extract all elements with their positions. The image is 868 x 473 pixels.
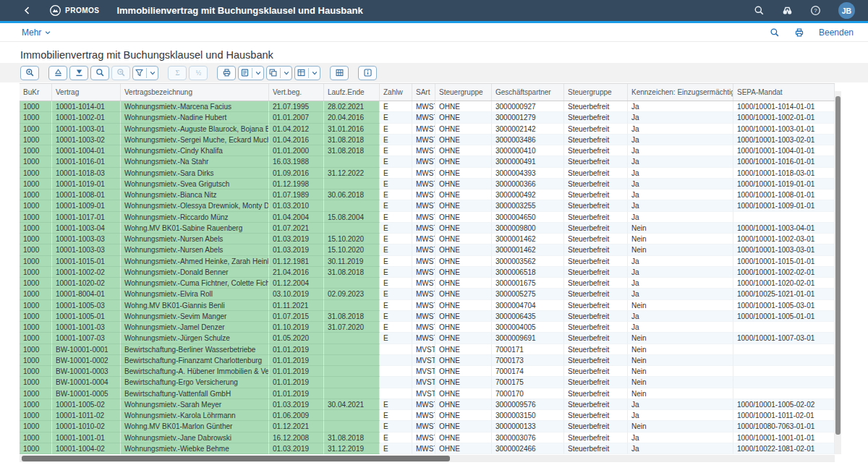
table-cell[interactable]: Ja [628,135,733,145]
data-export-button[interactable] [266,66,292,80]
table-cell[interactable]: OHNE [435,101,492,112]
table-cell[interactable]: 01.01.2019 [269,344,324,355]
table-cell[interactable]: MVST [412,377,435,388]
chevron-down-icon[interactable] [311,69,318,77]
table-cell[interactable]: Steuerbefreit [564,124,628,135]
table-cell[interactable]: Wohnungsmietv.-Jane Dabrowski [121,432,269,443]
table-cell[interactable]: E [380,234,412,244]
table-cell[interactable]: 10001-1003-04 [52,223,121,234]
table-cell[interactable] [324,410,380,421]
table-cell[interactable]: 01.10.2019 [269,322,324,333]
table-row[interactable]: 100010001-1019-01Wohnungsmietv.-Svea Gri… [20,179,835,189]
table-cell[interactable]: Wohnungsmietv.-Cuma Fichtner, Colette Fi… [121,278,269,289]
table-cell[interactable] [324,223,380,234]
table-cell[interactable]: OHNE [435,267,492,278]
table-cell[interactable]: E [380,322,412,333]
table-cell[interactable]: 3000000366 [492,179,564,189]
table-cell[interactable]: 10001-1003-02 [52,135,121,145]
table-cell[interactable]: Steuerbefreit [564,267,628,278]
table-cell[interactable]: 3000004650 [492,212,564,223]
table-cell[interactable]: 31.01.2016 [324,124,380,135]
table-cell[interactable]: Wohnungsmietv.-Sarah Meyer [121,399,269,410]
table-cell[interactable]: OHNE [435,366,492,377]
table-cell[interactable]: MWST [412,145,435,156]
table-cell[interactable]: 10001-1009-01 [52,200,121,211]
table-cell[interactable]: Wohnungsmietv.-Sara Dirks [121,168,269,179]
table-cell[interactable]: 1000/10001-1005-03-01 [733,300,835,311]
table-cell[interactable]: 1000 [20,333,52,344]
table-cell[interactable]: OHNE [435,432,492,443]
table-cell[interactable] [733,322,835,333]
table-cell[interactable]: Ja [628,145,733,156]
table-cell[interactable]: 31.08.2018 [324,135,380,145]
table-cell[interactable]: 3000009800 [492,223,564,234]
table-cell[interactable]: 10001-1001-03 [52,322,121,333]
table-cell[interactable]: OHNE [435,333,492,344]
table-cell[interactable]: OHNE [435,168,492,179]
table-cell[interactable]: Steuerbefreit [564,289,628,299]
table-cell[interactable]: MWST [412,223,435,234]
table-cell[interactable]: MWST [412,267,435,278]
table-cell[interactable]: 1000/10001-1008-01-01 [733,189,835,200]
table-cell[interactable]: MWST [412,156,435,167]
table-cell[interactable]: 10001-1004-01 [52,145,121,156]
table-cell[interactable]: 3000005275 [492,289,564,299]
table-cell[interactable]: 1000 [20,355,52,366]
table-cell[interactable]: 30.04.2021 [324,399,380,410]
table-cell[interactable]: 1000 [20,156,52,167]
table-cell[interactable]: Steuerbefreit [564,311,628,322]
table-cell[interactable]: Steuerbefreit [564,278,628,289]
table-cell[interactable]: 10001-1005-01 [52,311,121,322]
table-cell[interactable]: 3000000410 [492,145,564,156]
table-row[interactable]: 1000BW-10001-0005Bewirtschaftung-Vattenf… [20,388,835,399]
table-cell[interactable]: 21.07.1995 [269,101,324,112]
find-button[interactable] [90,66,109,80]
table-cell[interactable]: Wohnungsmietv.-Bianca Nitz [121,189,269,200]
table-cell[interactable]: E [380,168,412,179]
table-cell[interactable]: Wohnungsmietv.-Riccardo Münz [121,212,269,223]
shell-search-button[interactable] [754,5,765,16]
print-button[interactable] [217,66,236,80]
table-cell[interactable]: 01.11.2021 [269,300,324,311]
table-cell[interactable] [380,355,412,366]
table-row[interactable]: 100010001-1002-02Wohnungsmietv.-Donald B… [20,267,835,278]
table-cell[interactable]: Steuerbefreit [564,322,628,333]
table-row[interactable]: 100010001-1016-01Wohnungsmietv.-Na Stahr… [20,156,835,167]
table-cell[interactable]: MWST [412,200,435,211]
table-cell[interactable]: Steuerbefreit [564,112,628,123]
table-cell[interactable]: 10001-1016-01 [52,156,121,167]
table-cell[interactable]: 01.04.2012 [269,124,324,135]
chevron-down-icon[interactable] [283,69,290,77]
table-cell[interactable]: Steuerbefreit [564,399,628,410]
table-cell[interactable]: E [380,443,412,454]
table-cell[interactable]: OHNE [435,344,492,355]
table-cell[interactable] [324,179,380,189]
table-cell[interactable]: MWST [412,124,435,135]
table-cell[interactable]: 1000/10001-1003-02-01 [733,135,835,145]
table-cell[interactable] [324,278,380,289]
table-cell[interactable]: Bewirtschaftung-Finanzamt Charlottenburg [121,355,269,366]
table-cell[interactable]: OHNE [435,278,492,289]
table-cell[interactable]: Ja [628,289,733,299]
table-row[interactable]: 100010001-1005-02Wohnungsmietv.-Sarah Me… [20,399,835,410]
table-cell[interactable]: Ja [628,256,733,267]
table-cell[interactable]: 01.01.2000 [269,145,324,156]
table-cell[interactable]: E [380,179,412,189]
table-cell[interactable]: Ja [628,156,733,167]
table-cell[interactable]: 01.03.2019 [269,399,324,410]
table-cell[interactable] [733,212,835,223]
table-cell[interactable]: Ja [628,212,733,223]
table-row[interactable]: 1000BW-10001-0002Bewirtschaftung-Finanza… [20,355,835,366]
table-cell[interactable]: 01.03.2019 [269,244,324,255]
table-cell[interactable]: 01.12.1981 [269,256,324,267]
table-cell[interactable]: 1000 [20,244,52,255]
table-cell[interactable]: 1000 [20,234,52,244]
table-cell[interactable]: OHNE [435,289,492,299]
table-cell[interactable]: OHNE [435,156,492,167]
table-cell[interactable]: 3000004005 [492,322,564,333]
table-cell[interactable]: MWST [412,443,435,454]
table-cell[interactable]: Steuerbefreit [564,300,628,311]
table-cell[interactable]: 20.04.2016 [324,112,380,123]
table-cell[interactable]: 31.07.2020 [324,322,380,333]
table-cell[interactable]: OHNE [435,234,492,244]
